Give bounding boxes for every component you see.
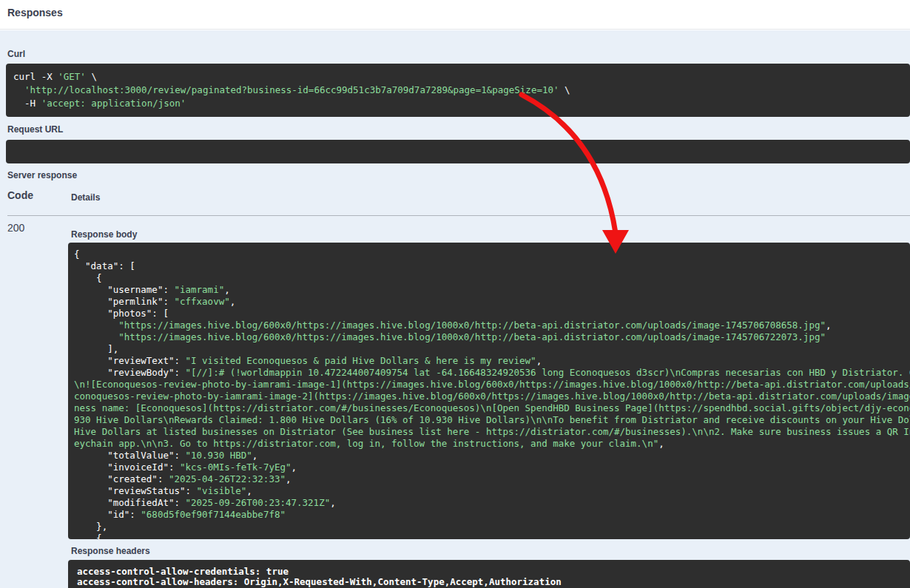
code-token-plain: {	[74, 249, 80, 260]
code-line: {	[74, 272, 910, 284]
code-token-plain: ,	[286, 473, 291, 484]
code-line: "permlink": "cffxaovw",	[74, 296, 910, 308]
code-token-plain: {	[74, 533, 102, 539]
code-line: "totalValue": "10.930 HBD",	[74, 450, 910, 462]
code-token-string: eychain app.\n\n3. Go to https://distria…	[74, 438, 658, 449]
code-line: {	[74, 533, 910, 539]
code-column-header: Code	[7, 189, 33, 201]
responses-section: Responses Curl curl -X 'GET' \ 'http://l…	[0, 0, 910, 588]
code-line: },	[74, 521, 910, 533]
curl-label: Curl	[7, 49, 25, 59]
server-response-label: Server response	[7, 170, 77, 180]
code-line: eychain app.\n\n3. Go to https://distria…	[74, 438, 910, 450]
code-token-string: "10.930 HBD"	[186, 450, 252, 461]
code-line: ness name: [Econoquesos](https://distria…	[74, 402, 910, 414]
code-token-plain: ,	[330, 497, 336, 508]
code-line: Hive Dollars at listed businesses on Dis…	[74, 426, 910, 438]
code-line: \n![Econoquesos-review-photo-by-iamrami-…	[74, 379, 910, 391]
code-token-plain: ,	[658, 438, 664, 449]
code-line: "id": "680d5f0ef90f7144eabbe7f8"	[74, 509, 910, 521]
code-token-plain: {	[74, 272, 102, 283]
code-token-plain: ,	[252, 450, 258, 461]
status-code: 200	[7, 222, 24, 234]
code-token-plain: ,	[291, 462, 297, 473]
code-token-string: "visible"	[197, 485, 247, 496]
code-token-plain: },	[74, 521, 107, 532]
code-token-plain: ],	[74, 343, 118, 354]
code-token-string: "2025-04-26T22:32:33"	[169, 473, 286, 484]
code-token-plain: "reviewBody":	[74, 367, 186, 378]
code-line: -H 'accept: application/json'	[13, 97, 903, 110]
code-token-string: ness name: [Econoquesos](https://distria…	[74, 402, 910, 413]
table-divider	[7, 215, 910, 216]
code-token-plain	[74, 331, 118, 342]
response-body-label: Response body	[71, 229, 137, 240]
code-token-string: "cffxaovw"	[174, 296, 229, 307]
code-token-plain: "invoiceId":	[74, 462, 180, 473]
code-line: conoquesos-review-photo-by-iamrami-image…	[74, 391, 910, 402]
code-token-plain: \	[86, 71, 97, 82]
code-token-plain: "totalValue":	[74, 450, 186, 461]
code-line: "data": [	[74, 260, 910, 272]
code-token-plain: ,	[246, 485, 252, 496]
code-line: "reviewText": "I visited Econoquesos & p…	[74, 355, 910, 367]
response-header-line: access-control-allow-credentials: true	[77, 567, 910, 577]
code-token-string: "[//]:# (!worldmappin 10.472244007409754…	[186, 367, 910, 378]
code-token-plain: -H	[13, 98, 41, 109]
code-token-string: "iamrami"	[174, 284, 224, 295]
request-url-label: Request URL	[7, 124, 63, 135]
code-line: "modifiedAt": "2025-09-26T00:23:47.321Z"…	[74, 497, 910, 509]
code-token-plain	[13, 84, 24, 95]
code-line: 'http://localhost:3000/review/paginated?…	[13, 84, 903, 97]
response-body-code[interactable]: { "data": [ { "username": "iamrami", "pe…	[68, 243, 910, 539]
code-line: "photos": [	[74, 308, 910, 320]
page-title: Responses	[7, 7, 63, 18]
code-token-string: "https://images.hive.blog/600x0/https://…	[118, 331, 826, 342]
code-line: {	[74, 249, 910, 260]
code-token-string: 'http://localhost:3000/review/paginated?…	[24, 84, 559, 95]
code-line: "https://images.hive.blog/600x0/https://…	[74, 320, 910, 331]
code-line: curl -X 'GET' \	[13, 70, 903, 84]
code-line: ],	[74, 343, 910, 355]
code-line: "created": "2025-04-26T22:32:33",	[74, 473, 910, 485]
response-headers-label: Response headers	[71, 546, 150, 556]
responses-header-bar: Responses	[0, 0, 910, 30]
code-token-plain: ,	[224, 284, 230, 295]
code-token-string: \n![Econoquesos-review-photo-by-iamrami-…	[74, 379, 910, 390]
code-line: 930 Hive Dollars\nRewards Claimed: 1.800…	[74, 414, 910, 426]
code-token-plain: \	[559, 84, 570, 95]
curl-command-textarea[interactable]: curl -X 'GET' \ 'http://localhost:3000/r…	[6, 64, 910, 117]
details-column-header: Details	[71, 192, 100, 203]
responses-panel: Curl curl -X 'GET' \ 'http://localhost:3…	[0, 30, 910, 588]
code-token-plain	[74, 320, 118, 331]
code-token-plain: "permlink":	[74, 296, 174, 307]
code-token-plain: "photos": [	[74, 308, 169, 319]
code-token-string: 'accept: application/json'	[41, 98, 186, 109]
code-token-plain: "id":	[74, 509, 141, 520]
response-headers-code: access-control-allow-credentials: trueac…	[68, 560, 910, 588]
code-token-string: 'GET'	[58, 71, 86, 82]
code-token-string: "kcs-0MIs-feTk-7yEg"	[180, 462, 291, 473]
response-header-line: access-control-allow-headers: Origin,X-R…	[77, 577, 910, 587]
code-line: "invoiceId": "kcs-0MIs-feTk-7yEg",	[74, 462, 910, 473]
code-line: "reviewBody": "[//]:# (!worldmappin 10.4…	[74, 367, 910, 379]
code-line: "username": "iamrami",	[74, 284, 910, 296]
code-token-plain: "reviewText":	[74, 355, 186, 366]
code-token-string: "680d5f0ef90f7144eabbe7f8"	[141, 509, 286, 520]
request-url-value: http://localhost:3000/review/paginated?b…	[6, 140, 910, 163]
code-token-plain: "username":	[74, 284, 174, 295]
code-token-plain: ,	[230, 296, 236, 307]
code-token-string: "2025-09-26T00:23:47.321Z"	[186, 497, 331, 508]
code-token-string: Hive Dollars at listed businesses on Dis…	[74, 426, 910, 437]
code-token-plain: curl -X	[13, 71, 58, 82]
code-token-plain: ,	[826, 320, 832, 331]
code-token-string: conoquesos-review-photo-by-iamrami-image…	[74, 391, 910, 402]
code-token-string: 930 Hive Dollars\nRewards Claimed: 1.800…	[74, 414, 910, 425]
code-token-plain: "created":	[74, 473, 169, 484]
code-token-plain: "modifiedAt":	[74, 497, 186, 508]
code-token-plain: "reviewStatus":	[74, 485, 197, 496]
code-token-plain: "data": [	[74, 260, 135, 271]
code-token-string: "I visited Econoquesos & paid Hive Dolla…	[186, 355, 536, 366]
code-token-string: "https://images.hive.blog/600x0/https://…	[118, 320, 826, 331]
code-line: "https://images.hive.blog/600x0/https://…	[74, 331, 910, 343]
